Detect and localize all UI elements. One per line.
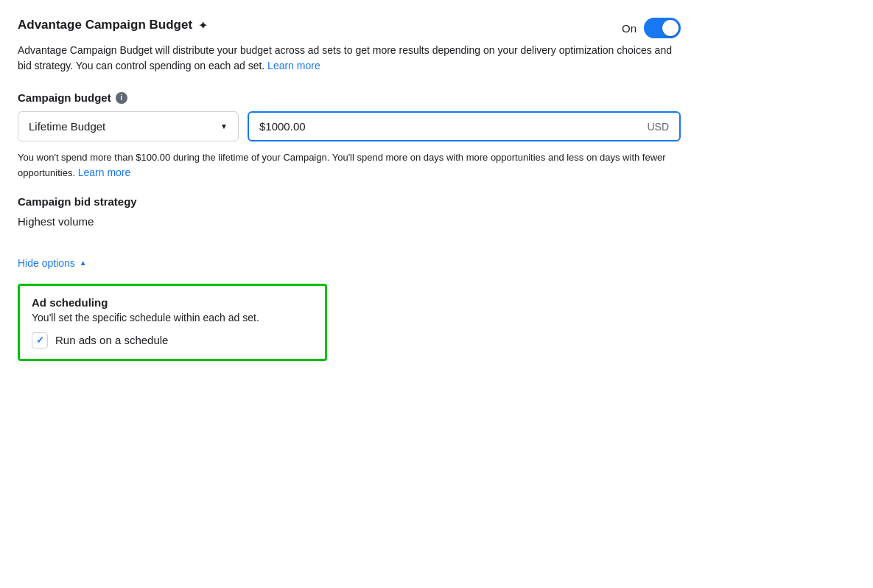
learn-more-link-1[interactable]: Learn more [267,60,320,71]
toggle-label: On [622,22,637,35]
toggle-row: On [622,18,681,38]
hide-options-label: Hide options [18,257,75,269]
page-title: Advantage Campaign Budget [18,18,192,32]
budget-helper-text: You won't spend more than $100.00 during… [18,150,681,181]
ad-scheduling-section: Ad scheduling You'll set the specific sc… [18,284,327,361]
currency-label: USD [647,121,669,133]
toggle-slider [644,18,681,38]
budget-inputs-row: Lifetime Budget ▼ USD [18,111,681,141]
campaign-budget-label-row: Campaign budget i [18,91,681,104]
chevron-down-icon: ▼ [220,122,228,130]
budget-type-value: Lifetime Budget [29,120,105,133]
hide-options-link[interactable]: Hide options ▲ [18,257,87,269]
main-container: Advantage Campaign Budget ✦ On Advantage… [18,18,681,361]
run-ads-label: Run ads on a schedule [55,334,168,346]
advantage-budget-toggle[interactable] [644,18,681,38]
learn-more-link-2[interactable]: Learn more [78,167,131,178]
budget-amount-field: USD [248,111,681,141]
header-section: Advantage Campaign Budget ✦ On [18,18,681,38]
bid-strategy-label: Campaign bid strategy [18,195,137,208]
sparkle-icon: ✦ [198,18,208,32]
run-ads-checkbox[interactable]: ✓ [32,332,48,349]
budget-amount-input[interactable] [259,120,647,133]
info-icon[interactable]: i [116,92,127,104]
advantage-description: Advantage Campaign Budget will distribut… [18,43,681,74]
hide-options-container: Hide options ▲ [18,242,681,269]
arrow-up-icon: ▲ [80,259,87,267]
ad-scheduling-description: You'll set the specific schedule within … [32,312,313,323]
campaign-bid-strategy-section: Campaign bid strategy Highest volume [18,195,681,228]
campaign-budget-section: Campaign budget i Lifetime Budget ▼ USD … [18,91,681,181]
title-row: Advantage Campaign Budget ✦ [18,18,208,32]
bid-strategy-value: Highest volume [18,215,681,228]
bid-strategy-label-row: Campaign bid strategy [18,195,681,208]
checkmark-icon: ✓ [36,335,44,346]
ad-scheduling-title: Ad scheduling [32,296,313,309]
campaign-budget-label: Campaign budget [18,91,111,104]
budget-type-dropdown[interactable]: Lifetime Budget ▼ [18,111,239,141]
run-ads-checkbox-row: ✓ Run ads on a schedule [32,332,313,349]
